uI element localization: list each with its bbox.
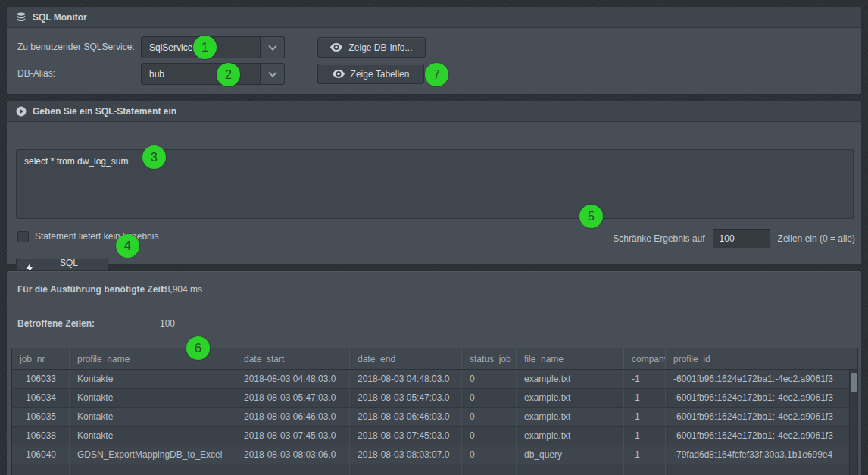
cell-profile_name: Kontakte (70, 427, 236, 445)
table-row[interactable]: 106035Kontakte2018-08-03 06:46:03.02018-… (12, 408, 858, 427)
db-alias-label: DB-Alias: (17, 63, 55, 85)
cell-status_job: 0 (462, 408, 517, 427)
cell-status_job: 0 (462, 389, 517, 408)
show-db-info-label: Zeige DB-Info... (348, 42, 412, 53)
db-alias-value: hub (142, 69, 260, 80)
cell-file_name: db_query (517, 445, 624, 464)
step-badge-2: 2 (217, 63, 240, 86)
chevron-down-icon (260, 64, 284, 84)
affected-rows-label: Betroffene Zeilen: (17, 318, 95, 329)
cell-status_job: 0 (462, 445, 517, 464)
limit-group: Schränke Ergebnis auf Zeilen ein (0 = al… (613, 228, 855, 248)
db-alias-dropdown[interactable]: hub (141, 63, 285, 85)
table-row[interactable]: 106033Kontakte2018-08-03 04:48:03.02018-… (12, 370, 858, 389)
show-tables-label: Zeige Tabellen (351, 69, 410, 80)
column-header-profile_name[interactable]: profile_name (70, 348, 236, 370)
show-tables-button[interactable]: Zeige Tabellen (317, 64, 424, 84)
row-limit-input[interactable] (713, 229, 770, 248)
show-db-info-button[interactable]: Zeige DB-Info... (317, 37, 426, 58)
cell-job_nr: 106035 (12, 408, 70, 427)
cell-job_nr: 106038 (12, 427, 70, 445)
step-badge-6: 6 (186, 336, 210, 360)
cell-job_nr: 106040 (12, 445, 70, 464)
sql-statement-input[interactable]: select * from dw_log_sum (16, 149, 854, 219)
table-row-partial[interactable] (12, 464, 858, 475)
no-result-checkbox[interactable] (17, 231, 29, 242)
cell-profile_id: -6001fb96:1624e172ba1:-4ec2.a9061f3 (666, 389, 858, 408)
column-header-date_end[interactable]: date_end (350, 348, 462, 370)
cell-file_name: example.txt (517, 408, 624, 427)
step-badge-3: 3 (142, 145, 166, 169)
cell-profile_name: Kontakte (70, 370, 236, 389)
cell-profile_id: -6001fb96:1624e172ba1:-4ec2.a9061f3 (666, 427, 858, 445)
chevron-down-icon (260, 37, 284, 58)
no-result-label: Statement liefert kein Ergebnis (35, 231, 158, 242)
scrollbar-thumb[interactable] (851, 373, 857, 392)
results-table: job_nrprofile_namedate_startdate_endstat… (11, 348, 858, 475)
column-header-status_job[interactable]: status_job (462, 348, 517, 370)
cell-date_start: 2018-08-03 06:46:03.0 (236, 408, 350, 427)
affected-rows-value: 100 (160, 318, 175, 329)
cell-job_nr: 106034 (12, 389, 70, 408)
statement-title: Geben Sie ein SQL-Statement ein (33, 106, 176, 117)
sql-monitor-page: SQL Monitor Zu benutzender SQLService: S… (0, 0, 868, 475)
limit-suffix-label: Zeilen ein (0 = alle) (778, 233, 855, 244)
cell-date_end: 2018-08-03 04:48:03.0 (350, 370, 462, 389)
cell-profile_name: Kontakte (70, 389, 236, 408)
sql-monitor-header: SQL Monitor (7, 7, 861, 28)
table-row[interactable]: 106040GDSN_ExportMappingDB_to_Excel2018-… (12, 445, 858, 464)
cell-file_name: example.txt (517, 389, 624, 408)
cell-company: -1 (624, 389, 666, 408)
limit-prefix-label: Schränke Ergebnis auf (613, 233, 704, 244)
table-row[interactable]: 106034Kontakte2018-08-03 05:47:03.02018-… (12, 389, 858, 408)
cell-profile_name: Kontakte (70, 408, 236, 427)
step-badge-7: 7 (425, 63, 448, 86)
cell-date_start: 2018-08-03 07:45:03.0 (236, 427, 350, 445)
column-header-date_start[interactable]: date_start (236, 348, 350, 370)
results-table-wrap: job_nrprofile_namedate_startdate_endstat… (11, 348, 858, 475)
cell-status_job: 0 (462, 370, 517, 389)
eye-icon (330, 43, 342, 52)
cell-status_job: 0 (462, 427, 517, 445)
cell-file_name: example.txt (517, 370, 624, 389)
cell-file_name: example.txt (517, 427, 624, 445)
cell-empty (462, 464, 517, 475)
cell-profile_id: -79fad6d8:164fcfef33f:30a3.1b1e699e4 (666, 445, 858, 464)
cell-date_end: 2018-08-03 05:47:03.0 (350, 389, 462, 408)
results-body: Für die Ausführung benötigte Zeit: 18,90… (7, 271, 861, 475)
step-badge-1: 1 (193, 36, 217, 59)
cell-profile_id: -6001fb96:1624e172ba1:-4ec2.a9061f3 (666, 370, 858, 389)
column-header-profile_id[interactable]: profile_id (666, 348, 858, 370)
step-badge-4: 4 (116, 234, 139, 258)
cell-empty (236, 464, 350, 475)
cell-empty (666, 464, 858, 475)
cell-date_end: 2018-08-03 07:45:03.0 (350, 427, 462, 445)
cell-date_end: 2018-08-03 06:46:03.0 (350, 408, 462, 427)
statement-header: Geben Sie ein SQL-Statement ein (7, 101, 861, 122)
cell-date_start: 2018-08-03 04:48:03.0 (236, 370, 350, 389)
cell-empty (517, 464, 624, 475)
column-header-file_name[interactable]: file_name (517, 348, 624, 370)
cell-profile_id: -6001fb96:1624e172ba1:-4ec2.a9061f3 (666, 408, 858, 427)
cell-profile_name: GDSN_ExportMappingDB_to_Excel (70, 445, 236, 464)
table-row[interactable]: 106038Kontakte2018-08-03 07:45:03.02018-… (12, 427, 858, 445)
cell-company: -1 (624, 445, 666, 464)
cell-empty (624, 464, 666, 475)
cell-date_start: 2018-08-03 05:47:03.0 (236, 389, 350, 408)
sqlservice-label: Zu benutzender SQLService: (17, 36, 135, 58)
cell-job_nr: 106033 (12, 370, 70, 389)
column-header-company[interactable]: company (624, 348, 666, 370)
cell-company: -1 (624, 427, 666, 445)
table-body: 106033Kontakte2018-08-03 04:48:03.02018-… (12, 370, 858, 475)
cell-empty (12, 464, 70, 475)
column-header-job_nr[interactable]: job_nr (12, 348, 70, 370)
table-scrollbar[interactable] (849, 370, 857, 475)
database-icon (16, 12, 27, 23)
cell-empty (350, 464, 462, 475)
cell-company: -1 (624, 370, 666, 389)
cell-company: -1 (624, 408, 666, 427)
eye-icon (333, 70, 345, 78)
panel-title: SQL Monitor (33, 12, 87, 23)
cell-date_start: 2018-08-03 08:03:06.0 (236, 445, 350, 464)
execution-time-label: Für die Ausführung benötigte Zeit: (17, 284, 167, 295)
